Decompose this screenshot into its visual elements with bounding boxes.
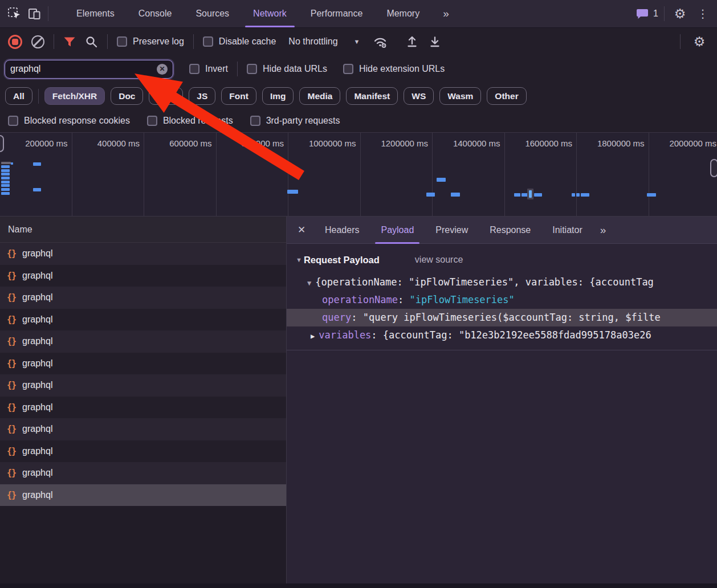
more-details-tabs-icon[interactable]: » xyxy=(593,224,612,236)
chevron-down-icon: ▼ xyxy=(354,38,360,45)
disable-cache-label: Disable cache xyxy=(219,36,276,47)
tab-sources[interactable]: Sources xyxy=(184,0,241,27)
expand-triangle-icon: ▶ xyxy=(311,332,315,340)
json-braces-icon: {} xyxy=(7,315,16,325)
tab-elements[interactable]: Elements xyxy=(64,0,127,27)
filter-input[interactable] xyxy=(10,64,157,74)
request-row[interactable]: {}graphql xyxy=(0,374,286,397)
collapse-triangle-icon[interactable]: ▼ xyxy=(296,256,302,263)
details-tab-response[interactable]: Response xyxy=(479,217,541,244)
details-tab-initiator[interactable]: Initiator xyxy=(541,217,593,244)
tab-memory[interactable]: Memory xyxy=(374,0,431,27)
details-tab-headers[interactable]: Headers xyxy=(314,217,370,244)
devtools-tabbar: ElementsConsoleSourcesNetworkPerformance… xyxy=(0,0,717,27)
waterfall-bar xyxy=(1,184,10,187)
type-chip-fetch-xhr[interactable]: Fetch/XHR xyxy=(44,87,105,105)
payload-variables-row[interactable]: ▶variables: {accountTag: "b12e3b2192ee55… xyxy=(287,326,717,344)
blocked-requests-checkbox[interactable] xyxy=(147,116,157,126)
overview-right-handle[interactable] xyxy=(710,159,717,177)
timeline-tick: 1400000 ms xyxy=(433,133,505,216)
timeline-tick: 800000 ms xyxy=(217,133,289,216)
more-panels-icon[interactable]: » xyxy=(437,7,454,20)
type-chip-ws[interactable]: WS xyxy=(404,87,434,105)
network-conditions-icon[interactable] xyxy=(372,35,388,48)
type-chip-manifest[interactable]: Manifest xyxy=(346,87,398,105)
clear-network-log-icon[interactable] xyxy=(31,35,44,48)
disable-cache-checkbox[interactable] xyxy=(203,36,213,47)
clear-filter-icon[interactable]: ✕ xyxy=(157,64,168,75)
type-chip-css[interactable]: CSS xyxy=(149,87,183,105)
record-network-log-button[interactable] xyxy=(8,35,22,49)
preserve-log-checkbox[interactable] xyxy=(117,36,127,47)
hide-extension-urls-checkbox[interactable] xyxy=(343,64,353,74)
type-chip-font[interactable]: Font xyxy=(221,87,256,105)
tab-console[interactable]: Console xyxy=(127,0,184,27)
request-name: graphql xyxy=(22,424,52,434)
network-main-area: Name {}graphql{}graphql{}graphql{}graphq… xyxy=(0,217,717,588)
issues-button[interactable]: 1 xyxy=(637,9,658,19)
request-row[interactable]: {}graphql xyxy=(0,243,286,265)
request-row[interactable]: {}graphql xyxy=(0,309,286,331)
waterfall-bar xyxy=(1,165,10,168)
timeline-tick: 200000 ms xyxy=(0,133,72,216)
type-chip-doc[interactable]: Doc xyxy=(111,87,143,105)
blocked-response-cookies-checkbox[interactable] xyxy=(8,116,18,126)
details-tab-payload[interactable]: Payload xyxy=(370,217,425,244)
request-row[interactable]: {}graphql xyxy=(0,287,286,309)
overview-left-handle[interactable] xyxy=(0,135,4,152)
json-braces-icon: {} xyxy=(7,446,16,456)
waterfall-bar xyxy=(1,177,10,179)
name-column-header[interactable]: Name xyxy=(0,217,286,243)
timeline-tick: 1800000 ms xyxy=(577,133,649,216)
divider xyxy=(38,89,39,104)
waterfall-bar xyxy=(581,193,589,197)
request-row[interactable]: {}graphql xyxy=(0,462,286,484)
request-row[interactable]: {}graphql xyxy=(0,484,286,507)
blocked-requests-label: Blocked requests xyxy=(163,116,233,126)
payload-panel: ▼ Request Payload view source ▼{operatio… xyxy=(287,244,717,350)
type-chip-wasm[interactable]: Wasm xyxy=(439,87,481,105)
network-overview-timeline[interactable]: 200000 ms400000 ms600000 ms800000 ms1000… xyxy=(0,132,717,217)
type-chip-media[interactable]: Media xyxy=(299,87,340,105)
kebab-menu-icon[interactable]: ⋮ xyxy=(695,7,710,21)
request-row[interactable]: {}graphql xyxy=(0,440,286,463)
settings-gear-icon[interactable]: ⚙ xyxy=(670,6,690,22)
request-name: graphql xyxy=(22,380,52,390)
request-row[interactable]: {}graphql xyxy=(0,418,286,440)
hide-data-urls-checkbox[interactable] xyxy=(247,64,257,74)
type-chip-all[interactable]: All xyxy=(5,87,32,105)
tab-network[interactable]: Network xyxy=(241,0,299,27)
json-braces-icon: {} xyxy=(7,468,16,478)
divider xyxy=(287,350,717,350)
payload-operation-name-row[interactable]: operationName: "ipFlowTimeseries" xyxy=(287,291,717,309)
details-tab-preview[interactable]: Preview xyxy=(425,217,479,244)
payload-query-row[interactable]: query: "query ipFlowTimeseries($accountT… xyxy=(287,309,717,326)
tab-performance[interactable]: Performance xyxy=(299,0,375,27)
inspect-element-icon[interactable] xyxy=(7,6,22,21)
request-row[interactable]: {}graphql xyxy=(0,397,286,419)
export-har-icon[interactable] xyxy=(428,35,442,48)
network-settings-gear-icon[interactable]: ⚙ xyxy=(690,34,709,50)
search-icon[interactable] xyxy=(85,35,98,48)
throttling-dropdown[interactable]: No throttling ▼ xyxy=(288,36,360,47)
filter-funnel-icon[interactable] xyxy=(63,36,76,47)
import-har-icon[interactable] xyxy=(405,35,419,48)
type-chip-js[interactable]: JS xyxy=(189,87,215,105)
request-row[interactable]: {}graphql xyxy=(0,330,286,353)
third-party-requests-checkbox[interactable] xyxy=(250,116,260,126)
preserve-log-label: Preserve log xyxy=(133,36,184,47)
issues-bubble-icon xyxy=(637,9,649,19)
request-row[interactable]: {}graphql xyxy=(0,353,286,375)
device-toolbar-icon[interactable] xyxy=(27,6,42,21)
invert-checkbox[interactable] xyxy=(189,64,199,74)
request-row[interactable]: {}graphql xyxy=(0,265,286,287)
type-chip-other[interactable]: Other xyxy=(487,87,526,105)
payload-root-row[interactable]: ▼{operationName: "ipFlowTimeseries", var… xyxy=(287,273,717,291)
timeline-tick: 600000 ms xyxy=(144,133,217,216)
network-toolbar: Preserve log Disable cache No throttling… xyxy=(0,27,717,55)
view-source-link[interactable]: view source xyxy=(415,255,463,265)
waterfall-bar xyxy=(437,178,446,182)
close-icon[interactable]: ✕ xyxy=(289,224,314,236)
details-tabs: HeadersPayloadPreviewResponseInitiator xyxy=(314,217,593,244)
type-chip-img[interactable]: Img xyxy=(262,87,294,105)
